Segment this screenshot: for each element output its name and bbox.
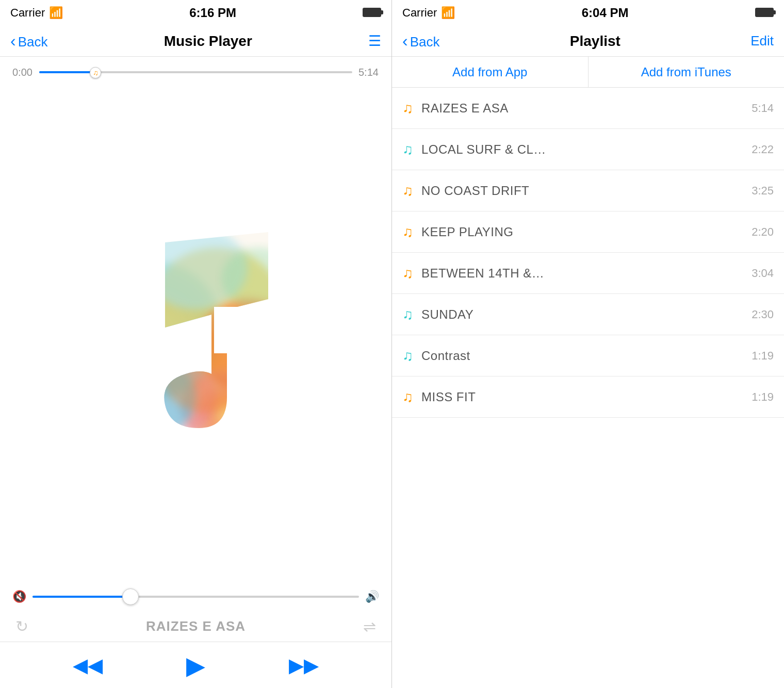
music-note-icon: ♫ (402, 224, 413, 240)
shuffle-button[interactable]: ⇌ (363, 617, 376, 635)
time-right: 6:04 PM (582, 6, 629, 20)
carrier-label-left: Carrier (10, 6, 45, 20)
next-next-icon: ▶▶ (289, 654, 319, 677)
music-note-icon: ♫ (402, 141, 413, 158)
battery-icon-left (363, 8, 381, 17)
carrier-wifi-left: Carrier 📶 (10, 6, 63, 20)
status-bar-left: Carrier 📶 6:16 PM (0, 0, 391, 26)
track-name-label: RAIZES E ASA (146, 618, 246, 634)
nav-bar-left: Back Music Player ☰ (0, 26, 391, 57)
playlist-container: ♫ RAIZES E ASA 5:14 ♫ LOCAL SURF & CL… 2… (392, 88, 784, 688)
battery-icon-right (755, 8, 774, 17)
music-note-icon: ♫ (402, 100, 413, 117)
nav-bar-right: Back Playlist Edit (392, 26, 784, 57)
playlist-item-duration: 2:30 (752, 308, 774, 321)
page-title-right: Playlist (570, 33, 620, 50)
carrier-wifi-right: Carrier 📶 (402, 6, 455, 20)
add-from-itunes-tab[interactable]: Add from iTunes (589, 57, 785, 87)
playlist-item-duration: 1:19 (752, 390, 774, 404)
playlist-item[interactable]: ♫ RAIZES E ASA 5:14 (392, 88, 784, 129)
end-time: 5:14 (358, 67, 379, 78)
playlist-item-duration: 2:20 (752, 225, 774, 239)
progress-thumb[interactable]: ♫ (90, 67, 101, 78)
volume-area: 🔇 🔊 (0, 582, 391, 611)
volume-mute-icon: 🔇 (12, 590, 26, 603)
playlist-item-duration: 2:22 (752, 143, 774, 156)
svg-rect-10 (214, 307, 266, 353)
playlist-item[interactable]: ♫ Contrast 1:19 (392, 335, 784, 376)
playlist-item-name: SUNDAY (421, 307, 752, 322)
playlist-item-duration: 3:04 (752, 267, 774, 280)
battery-left (363, 6, 381, 20)
playlist-item-duration: 3:25 (752, 184, 774, 198)
album-art-container (0, 88, 391, 582)
play-icon: ▶ (186, 651, 205, 680)
album-art (103, 227, 289, 444)
add-from-itunes-label: Add from iTunes (641, 65, 731, 79)
page-title-left: Music Player (164, 33, 252, 50)
playlist-item[interactable]: ♫ NO COAST DRIFT 3:25 (392, 170, 784, 211)
playlist-item-name: Contrast (421, 349, 752, 363)
progress-fill (39, 71, 95, 73)
back-button-left[interactable]: Back (10, 31, 47, 51)
track-row: ↻ RAIZES E ASA ⇌ (0, 611, 391, 642)
repeat-button[interactable]: ↻ (15, 617, 28, 635)
playlist-item-name: NO COAST DRIFT (421, 184, 752, 198)
segment-control: Add from App Add from iTunes (392, 57, 784, 88)
volume-max-icon: 🔊 (365, 590, 379, 603)
playlist-item-name: RAIZES E ASA (421, 101, 752, 116)
playlist-item[interactable]: ♫ SUNDAY 2:30 (392, 294, 784, 335)
music-note-icon: ♫ (402, 389, 413, 405)
music-note-icon: ♫ (402, 306, 413, 323)
carrier-label-right: Carrier (402, 6, 437, 20)
playlist-item-duration: 1:19 (752, 349, 774, 363)
watercolor-music-note-svg (103, 227, 289, 444)
playlist-item-name: KEEP PLAYING (421, 225, 752, 239)
prev-prev-icon: ◀◀ (73, 654, 103, 677)
time-left: 6:16 PM (189, 6, 236, 20)
volume-bar[interactable] (32, 596, 359, 598)
playlist-item[interactable]: ♫ BETWEEN 14TH &… 3:04 (392, 253, 784, 294)
playlist-icon-button[interactable]: ☰ (368, 32, 381, 50)
add-from-app-tab[interactable]: Add from App (392, 57, 589, 87)
playlist-item-duration: 5:14 (752, 102, 774, 115)
playlist-item-name: LOCAL SURF & CL… (421, 142, 752, 157)
playback-controls: ◀◀ ▶ ▶▶ (0, 642, 391, 688)
wifi-icon-left: 📶 (49, 6, 63, 20)
playlist-item[interactable]: ♫ KEEP PLAYING 2:20 (392, 211, 784, 253)
volume-fill (32, 596, 130, 598)
battery-right (755, 6, 774, 20)
play-button[interactable]: ▶ (186, 651, 205, 680)
add-from-app-label: Add from App (452, 65, 527, 79)
prev-prev-button[interactable]: ◀◀ (73, 654, 103, 677)
volume-thumb[interactable] (122, 588, 139, 605)
back-button-right[interactable]: Back (402, 31, 439, 51)
music-note-icon: ♫ (402, 265, 413, 282)
music-player-panel: Carrier 📶 6:16 PM Back Music Player ☰ 0:… (0, 0, 392, 688)
next-next-button[interactable]: ▶▶ (289, 654, 319, 677)
playlist-item[interactable]: ♫ MISS FIT 1:19 (392, 376, 784, 418)
edit-button[interactable]: Edit (750, 33, 774, 49)
progress-area: 0:00 ♫ 5:14 (0, 57, 391, 88)
status-bar-right: Carrier 📶 6:04 PM (392, 0, 784, 26)
playlist-item-name: BETWEEN 14TH &… (421, 266, 752, 281)
playlist-item[interactable]: ♫ LOCAL SURF & CL… 2:22 (392, 129, 784, 170)
playlist-panel: Carrier 📶 6:04 PM Back Playlist Edit Add… (392, 0, 784, 688)
start-time: 0:00 (12, 67, 33, 78)
music-note-icon: ♫ (402, 348, 413, 364)
wifi-icon-right: 📶 (441, 6, 455, 20)
playlist-item-name: MISS FIT (421, 390, 752, 404)
progress-bar[interactable]: ♫ (39, 71, 352, 73)
music-note-icon: ♫ (402, 183, 413, 199)
